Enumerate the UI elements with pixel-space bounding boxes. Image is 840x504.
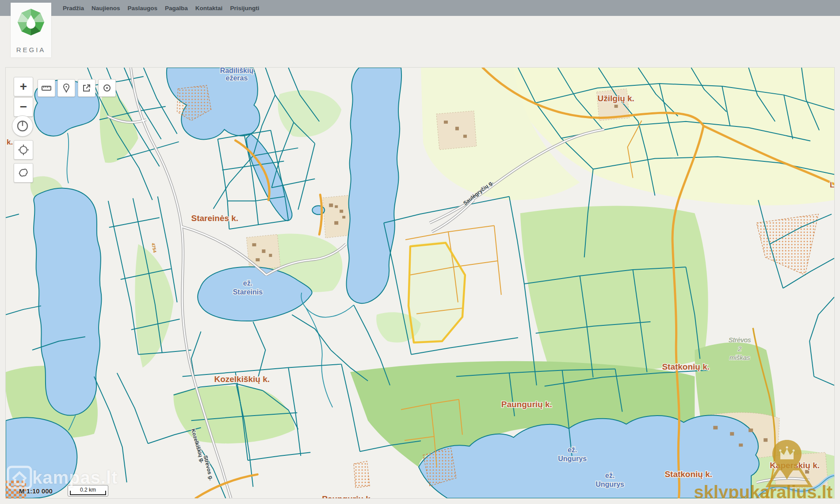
menu-item-pagalba[interactable]: Pagalba (165, 5, 188, 11)
geolocate-icon (102, 83, 112, 93)
lithuania-extent-icon (18, 167, 29, 179)
label-village-statkoniu: Statkonių k. (662, 362, 710, 371)
label-road-number: 4754 (151, 242, 157, 253)
main-menu: Pradžia Naujienos Paslaugos Pagalba Kont… (63, 0, 259, 16)
menu-item-pradzia[interactable]: Pradžia (63, 5, 84, 11)
label-village-paunguriu-2: Paungurių k. (322, 494, 373, 498)
minus-icon: − (20, 100, 27, 114)
plus-icon: + (20, 80, 27, 94)
label-lake-radiliskiu-line1: Radiliškių (220, 68, 253, 74)
menu-item-kontaktai[interactable]: Kontaktai (195, 5, 223, 11)
menu-item-naujienos[interactable]: Naujienos (92, 5, 120, 11)
marker-icon (61, 83, 71, 93)
measure-tool-button[interactable] (38, 79, 55, 97)
regia-logo-icon (17, 8, 45, 36)
label-forest-strevos-line2: 2 (737, 345, 742, 352)
label-forest-strevos-line3: miškas (729, 354, 750, 361)
label-village-kozelkiskiu: Kozelkiškių k. (214, 374, 270, 384)
history-clock-icon (16, 120, 29, 132)
label-lake-ungurys-2-line2: Ungurys (596, 481, 624, 488)
label-edge-right: L (830, 181, 834, 189)
menu-item-prisijungti[interactable]: Prisijungti (230, 5, 259, 11)
history-tool-button[interactable] (12, 115, 33, 137)
label-lake-stareinis-line1: ež. (243, 279, 252, 287)
label-lake-ungurys-2-line1: ež. (605, 472, 615, 479)
geolocate-tool-button[interactable] (98, 79, 116, 97)
crosshair-tool-button[interactable] (14, 140, 33, 160)
scale-bar-bracket (70, 491, 106, 495)
scale-bar: 0.2 km (68, 485, 108, 496)
map-svg[interactable]: Radiliškių ežeras Stareinės k. ež. Stare… (6, 68, 834, 498)
menu-item-paslaugos[interactable]: Paslaugos (128, 5, 158, 11)
full-extent-tool-button[interactable] (14, 163, 33, 183)
label-lake-ungurys-1-line2: Ungurys (558, 455, 587, 462)
zoom-in-button[interactable]: + (14, 77, 33, 96)
label-village-statkoniu-2: Statkonių k. (664, 470, 712, 479)
map-canvas[interactable]: Radiliškių ežeras Stareinės k. ež. Stare… (5, 67, 835, 499)
label-village-kaperskiu: Kaperskių k. (770, 461, 820, 470)
share-icon (82, 83, 92, 93)
label-lake-ungurys-1-line1: ež. (568, 446, 577, 454)
label-village-uzilgiu: Užilgių k. (598, 94, 634, 103)
share-tool-button[interactable] (78, 79, 95, 97)
label-lake-stareinis-line2: Stareinis (233, 288, 263, 296)
brand-logo[interactable]: REGIA (11, 3, 51, 57)
label-village-paunguriu: Paungurių k. (501, 400, 552, 409)
crosshair-icon (18, 144, 29, 156)
marker-tool-button[interactable] (57, 79, 75, 97)
measure-icon (41, 83, 52, 93)
zoom-out-button[interactable]: − (14, 97, 33, 117)
label-lake-radiliskiu-line2: ežeras (226, 74, 248, 82)
label-village-stareines: Stareinės k. (191, 214, 239, 223)
scale-ratio: M 1:10 000 (19, 487, 53, 495)
label-edge-left: k. (7, 138, 13, 146)
brand-name: REGIA (11, 46, 51, 53)
top-menu-bar: Pradžia Naujienos Paslaugos Pagalba Kont… (0, 0, 840, 16)
label-forest-strevos-line1: Strėvos (729, 336, 751, 344)
